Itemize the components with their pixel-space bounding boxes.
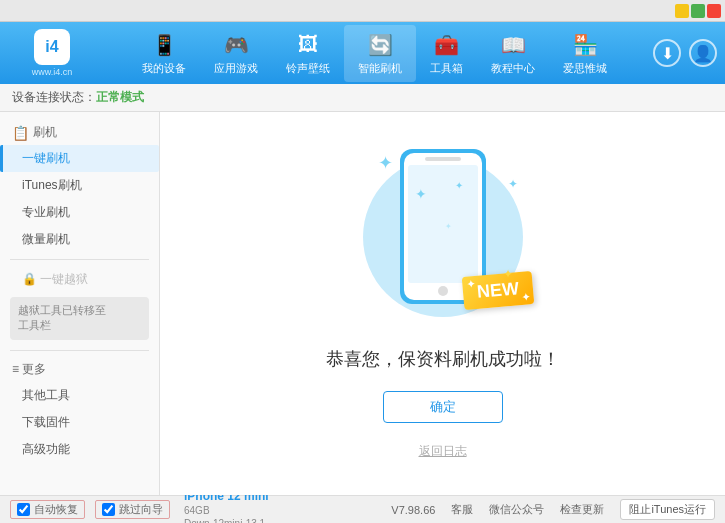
sidebar: 📋 刷机 一键刷机 iTunes刷机 专业刷机 微量刷机 🔒 一键越狱 越狱工具… (0, 112, 160, 495)
jailbreak-label: 一键越狱 (40, 272, 88, 286)
close-button[interactable] (707, 4, 721, 18)
more-section-header: ≡ 更多 (0, 357, 159, 382)
sidebar-item-one-key-flash[interactable]: 一键刷机 (0, 145, 159, 172)
flash-section-icon: 📋 (12, 125, 29, 141)
nav-item-my-device[interactable]: 📱 我的设备 (128, 25, 200, 82)
account-nav-button[interactable]: 👤 (689, 39, 717, 67)
titlebar (0, 0, 725, 22)
logo-area: i4 www.i4.cn (8, 29, 96, 77)
sidebar-divider-2 (10, 350, 149, 351)
skip-wizard-checkbox[interactable] (102, 503, 115, 516)
version-label: V7.98.66 (391, 504, 435, 516)
minimize-button[interactable] (675, 4, 689, 18)
topnav: i4 www.i4.cn 📱 我的设备 🎮 应用游戏 🖼 铃声壁纸 🔄 智能刷机… (0, 22, 725, 84)
sidebar-notice: 越狱工具已转移至工具栏 (10, 297, 149, 340)
confirm-button[interactable]: 确定 (383, 391, 503, 423)
statusbar: 设备连接状态： 正常模式 (0, 84, 725, 112)
sidebar-item-other-tools[interactable]: 其他工具 (0, 382, 159, 409)
sidebar-item-pro-flash[interactable]: 专业刷机 (0, 199, 159, 226)
success-message: 恭喜您，保资料刷机成功啦！ (326, 347, 560, 371)
store-icon: 🏪 (571, 31, 599, 59)
nav-label-tutorial: 教程中心 (491, 61, 535, 76)
device-storage: 64GB (184, 504, 269, 517)
sparkle-2: ✦ (508, 177, 518, 191)
sidebar-divider-1 (10, 259, 149, 260)
nav-label-my-device: 我的设备 (142, 61, 186, 76)
svg-text:✦: ✦ (415, 186, 427, 202)
nav-item-ringtone[interactable]: 🖼 铃声壁纸 (272, 25, 344, 82)
logo-icon-text: i4 (45, 38, 58, 56)
check-update-link[interactable]: 检查更新 (560, 502, 604, 517)
sparkle-3: ✦ (503, 267, 513, 281)
svg-text:✦: ✦ (455, 180, 463, 191)
main-area: 📋 刷机 一键刷机 iTunes刷机 专业刷机 微量刷机 🔒 一键越狱 越狱工具… (0, 112, 725, 495)
auto-restore-checkbox[interactable] (17, 503, 30, 516)
wallpaper-icon: 🖼 (294, 31, 322, 59)
nav-right: ⬇ 👤 (653, 39, 717, 67)
itunes-stop-button[interactable]: 阻止iTunes运行 (620, 499, 715, 520)
new-badge: NEW (461, 271, 534, 310)
status-value: 正常模式 (96, 89, 144, 106)
nav-label-toolbox: 工具箱 (430, 61, 463, 76)
refresh-icon: 🔄 (366, 31, 394, 59)
phone-illustration: ✦ ✦ ✦ NEW ✦ ✦ ✦ (363, 147, 523, 327)
nav-items: 📱 我的设备 🎮 应用游戏 🖼 铃声壁纸 🔄 智能刷机 🧰 工具箱 📖 教程中心… (96, 25, 653, 82)
auto-restore-label: 自动恢复 (34, 502, 78, 517)
sidebar-item-jailbreak: 🔒 一键越狱 (0, 266, 159, 293)
sidebar-item-advanced[interactable]: 高级功能 (0, 436, 159, 463)
game-icon: 🎮 (222, 31, 250, 59)
bottombar: 自动恢复 跳过向导 iPhone 12 mini 64GB Down-12min… (0, 495, 725, 523)
flash-section-label: 刷机 (33, 124, 57, 141)
book-icon: 📖 (499, 31, 527, 59)
nav-item-toolbox[interactable]: 🧰 工具箱 (416, 25, 477, 82)
more-section-label: ≡ 更多 (12, 361, 46, 378)
phone-icon: 📱 (150, 31, 178, 59)
svg-text:✦: ✦ (445, 222, 452, 231)
nav-item-tutorial[interactable]: 📖 教程中心 (477, 25, 549, 82)
toolbox-icon: 🧰 (433, 31, 461, 59)
sidebar-item-itunes-flash[interactable]: iTunes刷机 (0, 172, 159, 199)
svg-rect-4 (425, 157, 461, 161)
wechat-link[interactable]: 微信公众号 (489, 502, 544, 517)
nav-label-app-game: 应用游戏 (214, 61, 258, 76)
download-nav-button[interactable]: ⬇ (653, 39, 681, 67)
maximize-button[interactable] (691, 4, 705, 18)
bottombar-right: V7.98.66 客服 微信公众号 检查更新 阻止iTunes运行 (391, 499, 715, 520)
app-logo: i4 (34, 29, 70, 65)
content-area: ✦ ✦ ✦ NEW ✦ ✦ ✦ 恭喜您，保资料刷机成功啦！ 确定 返回日志 (160, 112, 725, 495)
nav-item-think-city[interactable]: 🏪 爱思惟城 (549, 25, 621, 82)
notice-text: 越狱工具已转移至工具栏 (18, 304, 106, 331)
logo-url: www.i4.cn (32, 67, 73, 77)
hero-section: ✦ ✦ ✦ NEW ✦ ✦ ✦ 恭喜您，保资料刷机成功啦！ 确定 返回日志 (326, 147, 560, 460)
nav-label-ringtone: 铃声壁纸 (286, 61, 330, 76)
nav-label-think-city: 爱思惟城 (563, 61, 607, 76)
flash-section-header: 📋 刷机 (0, 120, 159, 145)
status-label: 设备连接状态： (12, 89, 96, 106)
skip-wizard-checkbox-row[interactable]: 跳过向导 (95, 500, 170, 519)
sidebar-item-micro-flash[interactable]: 微量刷机 (0, 226, 159, 253)
nav-label-smart-shop: 智能刷机 (358, 61, 402, 76)
svg-point-3 (438, 286, 448, 296)
back-home-link[interactable]: 返回日志 (419, 443, 467, 460)
nav-item-smart-shop[interactable]: 🔄 智能刷机 (344, 25, 416, 82)
sidebar-item-download-firmware[interactable]: 下载固件 (0, 409, 159, 436)
svg-rect-2 (408, 165, 478, 283)
device-model: Down-12mini-13,1 (184, 517, 269, 523)
nav-item-app-game[interactable]: 🎮 应用游戏 (200, 25, 272, 82)
sparkle-1: ✦ (378, 152, 393, 174)
skip-wizard-label: 跳过向导 (119, 502, 163, 517)
service-link[interactable]: 客服 (451, 502, 473, 517)
auto-restore-checkbox-row[interactable]: 自动恢复 (10, 500, 85, 519)
